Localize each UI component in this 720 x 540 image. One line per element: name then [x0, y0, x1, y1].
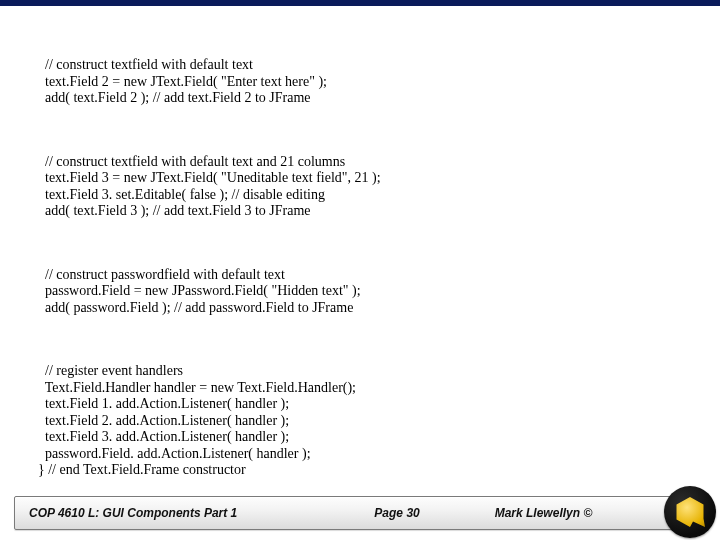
slide: // construct textfield with default text…: [0, 0, 720, 540]
code-line: text.Field 3 = new JText.Field( "Unedita…: [38, 170, 381, 185]
code-line: password.Field = new JPassword.Field( "H…: [38, 283, 361, 298]
footer-author-text: Mark Llewellyn ©: [495, 506, 593, 520]
code-line: } // end Text.Field.Frame constructor: [38, 462, 246, 477]
code-line: text.Field 1. add.Action.Listener( handl…: [38, 396, 289, 411]
code-block-4: // register event handlers Text.Field.Ha…: [38, 363, 680, 479]
code-line: // construct textfield with default text: [38, 57, 253, 72]
code-line: text.Field 2 = new JText.Field( "Enter t…: [38, 74, 327, 89]
ucf-logo: [664, 486, 716, 538]
code-line: // register event handlers: [38, 363, 183, 378]
footer-bar: COP 4610 L: GUI Components Part 1 Page 3…: [14, 496, 706, 530]
code-area: // construct textfield with default text…: [38, 24, 680, 526]
footer-course-title: COP 4610 L: GUI Components Part 1: [15, 506, 309, 520]
code-line: add( password.Field ); // add password.F…: [38, 300, 353, 315]
code-line: // construct passwordfield with default …: [38, 267, 285, 282]
code-line: text.Field 3. set.Editable( false ); // …: [38, 187, 325, 202]
code-block-2: // construct textfield with default text…: [38, 154, 680, 220]
code-block-1: // construct textfield with default text…: [38, 57, 680, 107]
code-line: password.Field. add.Action.Listener( han…: [38, 446, 311, 461]
code-line: Text.Field.Handler handler = new Text.Fi…: [38, 380, 356, 395]
pegasus-icon: [675, 497, 705, 527]
footer: COP 4610 L: GUI Components Part 1 Page 3…: [0, 482, 720, 540]
code-line: text.Field 2. add.Action.Listener( handl…: [38, 413, 289, 428]
footer-page-number: Page 30: [309, 506, 484, 520]
code-line: add( text.Field 3 ); // add text.Field 3…: [38, 203, 311, 218]
code-line: // construct textfield with default text…: [38, 154, 345, 169]
code-line: add( text.Field 2 ); // add text.Field 2…: [38, 90, 311, 105]
code-line: text.Field 3. add.Action.Listener( handl…: [38, 429, 289, 444]
code-block-3: // construct passwordfield with default …: [38, 267, 680, 317]
